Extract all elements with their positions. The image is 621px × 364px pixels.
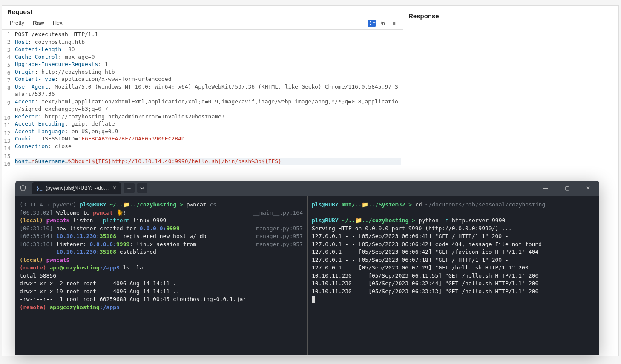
tab-raw[interactable]: Raw — [29, 17, 49, 29]
menu-icon[interactable]: ≡ — [390, 20, 398, 27]
terminal-pane-right[interactable]: pls@RUBY mnt/..📁../System32 > cd ~/docum… — [308, 196, 599, 355]
close-button[interactable]: ✕ — [579, 181, 598, 195]
close-icon[interactable]: ✕ — [112, 185, 117, 191]
terminal-pane-left[interactable]: (3.11.4 → pyvenv) pls@RUBY ~/..📁../cozyh… — [15, 196, 307, 355]
terminal-tab-icon: ❯_ — [36, 186, 42, 191]
terminal-tab[interactable]: ❯_ (pyvenv)pls@RUBY: ~/docum ✕ — [32, 182, 121, 194]
response-title: Response — [408, 10, 613, 21]
maximize-button[interactable]: ▢ — [558, 181, 576, 195]
terminal-titlebar[interactable]: ❯_ (pyvenv)pls@RUBY: ~/docum ✕ ＋ — ▢ ✕ — [15, 181, 599, 196]
minimize-button[interactable]: — — [536, 181, 555, 195]
shield-icon[interactable] — [17, 183, 29, 194]
tab-dropdown-button[interactable] — [137, 183, 147, 193]
tab-pretty[interactable]: Pretty — [6, 17, 29, 29]
tab-hex[interactable]: Hex — [49, 17, 67, 29]
request-tabs: Pretty Raw Hex ⋮≡ \n ≡ — [2, 17, 403, 30]
request-toolbar: ⋮≡ \n ≡ — [368, 20, 400, 27]
format-icon[interactable]: ⋮≡ — [368, 20, 376, 27]
newline-icon[interactable]: \n — [379, 20, 387, 27]
new-tab-button[interactable]: ＋ — [124, 183, 135, 193]
line-gutter: 12345678910111213141516 — [2, 30, 13, 356]
request-title: Request — [2, 6, 403, 17]
terminal-tab-label: (pyvenv)pls@RUBY: ~/docum — [46, 185, 109, 191]
terminal-window: ❯_ (pyvenv)pls@RUBY: ~/docum ✕ ＋ — ▢ ✕ (… — [15, 181, 599, 355]
terminal-body: (3.11.4 → pyvenv) pls@RUBY ~/..📁../cozyh… — [15, 196, 599, 355]
